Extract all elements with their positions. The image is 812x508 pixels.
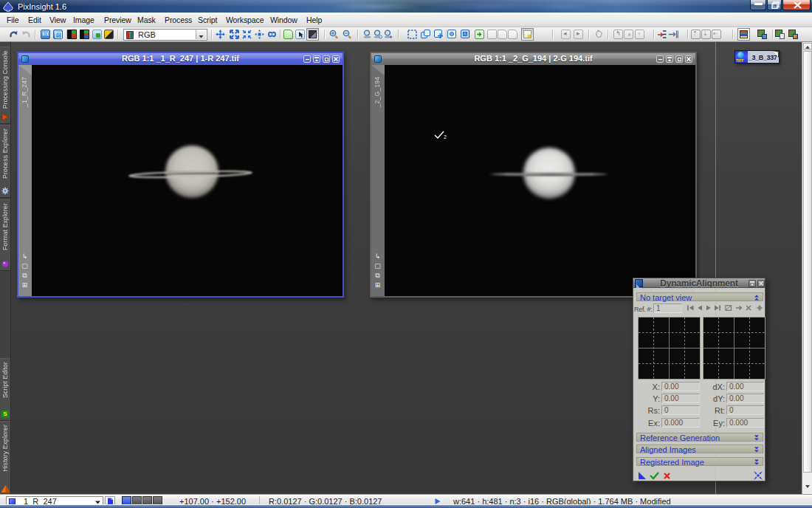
- svg-text:2: 2: [444, 134, 447, 140]
